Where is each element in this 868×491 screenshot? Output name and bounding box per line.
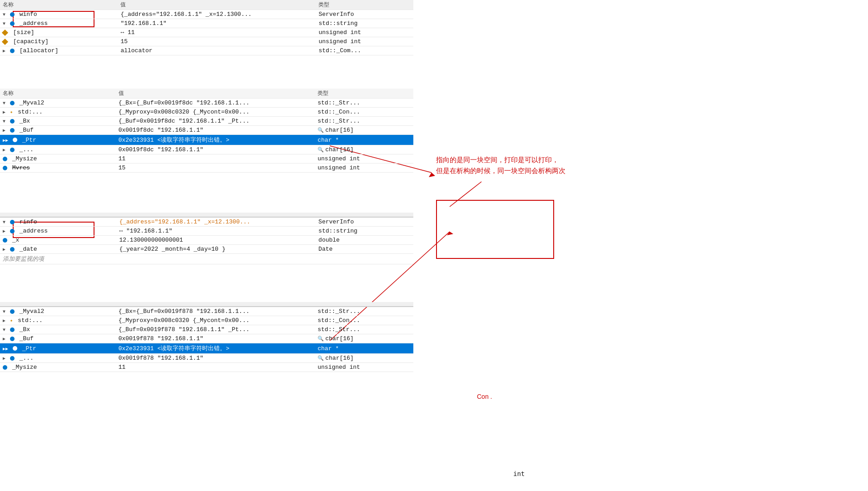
circle-icon — [10, 229, 15, 233]
row-value: {_Bx={_Buf=0x0019f8dc "192.168.1.1... — [116, 99, 315, 108]
row-name: _... — [20, 355, 34, 362]
row-name: [size] — [13, 29, 35, 36]
annotation-line2: 但是在析构的时候，同一块空间会析构两次 — [436, 165, 565, 176]
annotation-text: 指向的是同一块空间，打印是可以打印， 但是在析构的时候，同一块空间会析构两次 — [436, 154, 565, 176]
row-name: _... — [20, 146, 34, 153]
expand-icon[interactable]: ▶ — [3, 346, 8, 352]
table-row[interactable]: [allocator] allocator std::_Com... — [0, 46, 413, 55]
circle-icon — [3, 166, 7, 170]
expand-icon[interactable] — [3, 356, 5, 361]
expand-icon[interactable] — [3, 128, 5, 133]
circle-icon — [10, 12, 15, 17]
row-type: std::_Str... — [315, 307, 413, 316]
circle-icon — [10, 337, 15, 341]
table-row[interactable]: [size] ↔ 11 unsigned int — [0, 28, 413, 37]
magnify-icon: 🔍 — [317, 147, 324, 153]
col-header-value2: 值 — [116, 89, 315, 99]
table-row[interactable]: ✦ std:... {_Myproxy=0x008c0320 {_Mycont=… — [0, 108, 413, 117]
circle-icon — [3, 238, 7, 243]
panel2-table: 名称 值 类型 _Myval2 {_Bx={_Buf=0x0019f8dc "1… — [0, 89, 413, 173]
table-row[interactable]: winfo {_address="192.168.1.1" _x=12.1300… — [0, 10, 413, 19]
row-value: {_Myproxy=0x008c0320 {_Mycont=0x00... — [116, 108, 315, 117]
add-watch-row[interactable]: 添加要监视的项 — [0, 254, 413, 264]
table-row[interactable]: rinfo {_address="192.168.1.1" _x=12.1300… — [0, 217, 413, 227]
table-row[interactable]: _Myval2 {_Bx={_Buf=0x0019f878 "192.168.1… — [0, 307, 413, 316]
expand-icon[interactable] — [3, 318, 5, 323]
table-row[interactable]: Mvres 15 unsigned int — [0, 164, 413, 173]
table-row-selected[interactable]: ▶ _Ptr 0x2e323931 <读取字符串字符时出错。> char * — [0, 135, 413, 145]
table-row[interactable]: [capacity] 15 unsigned int — [0, 37, 413, 46]
row-name: [allocator] — [20, 47, 59, 54]
row-value: {_address="192.168.1.1" _x=12.1300... — [118, 10, 316, 19]
row-type: double — [316, 236, 413, 245]
circle-icon — [10, 49, 15, 53]
table-row[interactable]: _... 0x0019f8dc "192.168.1.1" 🔍char[16] — [0, 145, 413, 154]
expand-icon[interactable] — [3, 101, 5, 106]
expand-icon[interactable] — [3, 228, 5, 234]
circle-icon — [3, 365, 7, 370]
circle-icon — [10, 356, 15, 361]
table-row[interactable]: _Buf 0x0019f8dc "192.168.1.1" 🔍char[16] — [0, 126, 413, 135]
table-row[interactable]: _Bx {_Buf=0x0019f8dc "192.168.1.1" _Pt..… — [0, 117, 413, 126]
circle-icon — [10, 220, 15, 224]
table-row[interactable]: _Bx {_Buf=0x0019f878 "192.168.1.1" _Pt..… — [0, 325, 413, 334]
row-type: ServerInfo — [316, 10, 413, 19]
table-row[interactable]: _address ↔ "192.168.1.1" std::string — [0, 227, 413, 236]
row-value: {_address="192.168.1.1" _x=12.1300... — [116, 217, 316, 227]
expand-icon[interactable] — [3, 336, 5, 342]
col-header-name2: 名称 — [0, 89, 116, 99]
row-type: unsigned int — [315, 363, 413, 372]
expand-icon[interactable] — [3, 21, 5, 26]
expand-icon[interactable] — [3, 220, 5, 225]
row-value: {_Buf=0x0019f878 "192.168.1.1" _Pt... — [116, 325, 315, 334]
col-header-value1: 值 — [118, 0, 316, 10]
row-value: "192.168.1.1" — [118, 19, 316, 28]
row-name: _x — [12, 237, 20, 243]
row-value: {_Buf=0x0019f8dc "192.168.1.1" _Pt... — [116, 117, 315, 126]
table-row[interactable]: _... 0x0019f878 "192.168.1.1" 🔍char[16] — [0, 354, 413, 363]
expand-icon[interactable] — [3, 247, 5, 252]
expand-icon[interactable]: ▶ — [3, 138, 8, 143]
expand-icon[interactable] — [3, 119, 5, 124]
svg-marker-4 — [429, 173, 435, 177]
circle-icon — [10, 128, 15, 133]
row-name: std:... — [18, 317, 43, 324]
row-type: std::_Str... — [315, 325, 413, 334]
table-row[interactable]: _date {_year=2022 _month=4 _day=10 } Dat… — [0, 245, 413, 254]
table-row[interactable]: _Mysize 11 unsigned int — [0, 363, 413, 372]
panel4-table: _Myval2 {_Bx={_Buf=0x0019f878 "192.168.1… — [0, 302, 413, 372]
row-type: 🔍char[16] — [315, 126, 413, 135]
row-name: _Myval2 — [20, 308, 45, 315]
row-type: ServerInfo — [316, 217, 413, 227]
table-row[interactable]: _address "192.168.1.1" std::string — [0, 19, 413, 28]
row-type: std::_Con... — [315, 108, 413, 117]
table-row[interactable]: _Myval2 {_Bx={_Buf=0x0019f8dc "192.168.1… — [0, 99, 413, 108]
table-row[interactable]: _Mysize 11 unsigned int — [0, 154, 413, 164]
empty-red-box — [436, 200, 554, 259]
circle-icon — [10, 309, 15, 314]
expand-icon[interactable] — [3, 48, 5, 54]
table-row[interactable]: _x 12.130000000000001 double — [0, 236, 413, 245]
row-type: 🔍char[16] — [315, 334, 413, 343]
table-row[interactable]: _Buf 0x0019f878 "192.168.1.1" 🔍char[16] — [0, 334, 413, 343]
expand-icon[interactable] — [3, 147, 5, 153]
star-icon: ✦ — [10, 109, 13, 115]
magnify-icon: 🔍 — [317, 127, 324, 133]
expand-icon[interactable] — [3, 327, 5, 332]
expand-icon[interactable] — [3, 109, 5, 115]
table-row[interactable]: ✦ std:... {_Myproxy=0x008c0320 {_Mycont=… — [0, 316, 413, 325]
row-name: _Mysize — [12, 364, 37, 371]
detected-int: int — [513, 470, 525, 477]
panel3-table: rinfo {_address="192.168.1.1" _x=12.1300… — [0, 213, 413, 264]
expand-icon[interactable] — [3, 12, 5, 17]
circle-icon — [13, 346, 17, 351]
table-row-selected-2[interactable]: ▶ _Ptr 0x2e323931 <读取字符串字符时出错。> char * — [0, 343, 413, 354]
row-type: std::string — [316, 19, 413, 28]
row-name: std:... — [18, 109, 43, 115]
expand-icon[interactable] — [3, 309, 5, 314]
row-value: 11 — [116, 363, 315, 372]
row-value: 0x0019f878 "192.168.1.1" — [116, 354, 315, 363]
circle-icon — [10, 119, 15, 124]
circle-icon — [13, 138, 17, 142]
circle-icon — [10, 21, 15, 26]
